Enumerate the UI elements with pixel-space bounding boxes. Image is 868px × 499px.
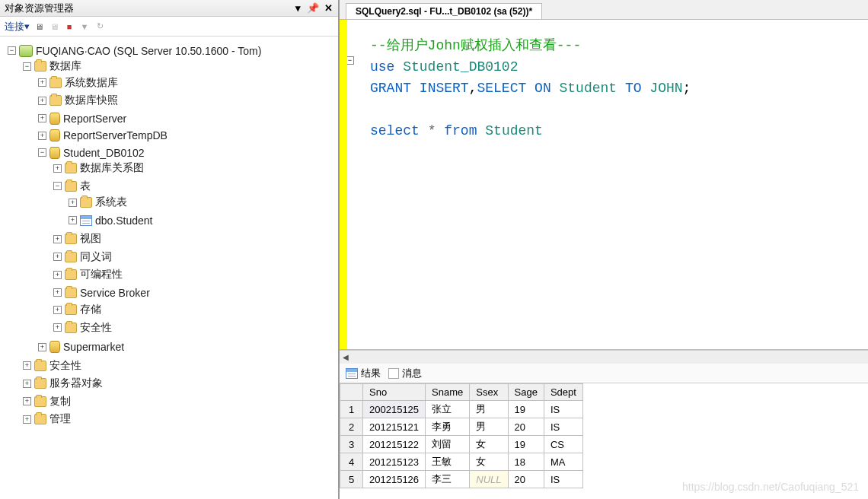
close-icon[interactable]: ✕ — [323, 3, 333, 14]
expand-toggle[interactable]: − — [8, 46, 16, 55]
cell[interactable]: 201215121 — [363, 418, 426, 436]
cell[interactable]: 201215122 — [363, 436, 426, 453]
expand-toggle[interactable]: + — [53, 253, 62, 261]
dropdown-icon[interactable]: ▾ — [292, 3, 303, 14]
sql-editor[interactable]: --给用户John赋权插入和查看--- −use Student_DB0102 … — [347, 20, 868, 349]
expand-toggle[interactable]: + — [53, 306, 62, 314]
server-objects-node[interactable]: 服务器对象 — [49, 377, 103, 390]
filter-icon[interactable]: ▼ — [78, 21, 91, 33]
expand-toggle[interactable]: − — [38, 148, 46, 157]
programmability-node[interactable]: 可编程性 — [80, 268, 123, 281]
tables-node[interactable]: 表 — [80, 180, 91, 193]
cell[interactable]: 201215123 — [363, 453, 426, 471]
cell[interactable]: MA — [544, 453, 582, 471]
editor-tab[interactable]: SQLQuery2.sql - FU...t_DB0102 (sa (52))* — [346, 3, 542, 19]
management-node[interactable]: 管理 — [49, 412, 71, 426]
expand-toggle[interactable]: + — [69, 199, 77, 207]
expand-toggle[interactable]: + — [53, 288, 62, 297]
col-header[interactable]: Sname — [426, 384, 470, 401]
db-snapshots-node[interactable]: 数据库快照 — [65, 94, 118, 107]
cell[interactable]: 20 — [508, 471, 544, 488]
table-row[interactable]: 4201215123王敏女18MA — [340, 453, 583, 471]
expand-toggle[interactable]: + — [38, 132, 46, 140]
cell[interactable]: IS — [544, 471, 582, 488]
cell[interactable]: 男 — [470, 401, 508, 418]
pin-icon[interactable]: 📌 — [308, 3, 318, 14]
col-header[interactable]: Ssex — [470, 384, 508, 401]
row-number[interactable]: 5 — [340, 471, 363, 488]
expand-toggle[interactable]: + — [38, 97, 46, 105]
db-security-node[interactable]: 安全性 — [80, 321, 112, 335]
expand-toggle[interactable]: + — [23, 415, 31, 424]
expand-toggle[interactable]: + — [23, 397, 31, 405]
supermarket-node[interactable]: Supermarket — [63, 341, 124, 353]
expand-toggle[interactable]: − — [53, 182, 62, 190]
expand-toggle[interactable]: + — [53, 323, 62, 332]
cell[interactable]: 女 — [470, 436, 508, 453]
cell[interactable]: 女 — [470, 453, 508, 471]
expand-toggle[interactable]: + — [53, 271, 62, 279]
cell[interactable]: 刘留 — [426, 436, 470, 453]
cell[interactable]: 张立 — [426, 401, 470, 418]
table-row[interactable]: 2201215121李勇男20IS — [340, 418, 583, 436]
cell[interactable]: IS — [544, 401, 582, 418]
object-tree[interactable]: −FUQIANG·CAO (SQL Server 10.50.1600 - To… — [0, 37, 338, 499]
cell[interactable]: 200215125 — [363, 401, 426, 418]
col-header[interactable]: Sno — [363, 384, 426, 401]
expand-toggle[interactable]: + — [69, 216, 77, 224]
table-row[interactable]: 3201215122刘留女19CS — [340, 436, 583, 453]
system-tables-node[interactable]: 系统表 — [95, 195, 127, 209]
security-node[interactable]: 安全性 — [49, 359, 81, 373]
messages-tab[interactable]: 消息 — [388, 367, 422, 380]
cell[interactable]: 18 — [508, 453, 544, 471]
cell[interactable]: 李三 — [426, 471, 470, 488]
expand-toggle[interactable]: + — [38, 114, 46, 122]
replication-node[interactable]: 复制 — [49, 395, 71, 408]
results-tab[interactable]: 结果 — [346, 367, 381, 380]
table-row[interactable]: 1200215125张立男19IS — [340, 401, 583, 418]
row-number[interactable]: 3 — [340, 436, 363, 453]
cell[interactable]: NULL — [470, 471, 508, 488]
db-diagrams-node[interactable]: 数据库关系图 — [80, 161, 144, 175]
col-header[interactable]: Sdept — [544, 384, 582, 401]
databases-node[interactable]: 数据库 — [49, 59, 81, 73]
synonyms-node[interactable]: 同义词 — [80, 250, 112, 264]
cell[interactable]: 20 — [508, 418, 544, 436]
connect-icon[interactable]: 🖥 — [33, 21, 45, 33]
table-row[interactable]: 5201215126李三NULL20IS — [340, 471, 583, 488]
cell[interactable]: 李勇 — [426, 418, 470, 436]
cell[interactable]: 19 — [508, 401, 544, 418]
cell[interactable]: 王敏 — [426, 453, 470, 471]
storage-node[interactable]: 存储 — [80, 303, 101, 316]
row-number[interactable]: 4 — [340, 453, 363, 471]
col-header[interactable]: Sage — [508, 384, 544, 401]
service-broker-node[interactable]: Service Broker — [80, 287, 150, 299]
row-number[interactable]: 2 — [340, 418, 363, 436]
row-number[interactable]: 1 — [340, 401, 363, 418]
cell[interactable]: CS — [544, 436, 582, 453]
expand-toggle[interactable]: + — [53, 164, 62, 173]
expand-toggle[interactable]: + — [23, 380, 31, 388]
stop-icon[interactable]: ■ — [63, 21, 75, 33]
cell[interactable]: 201215126 — [363, 471, 426, 488]
fold-toggle[interactable]: − — [347, 56, 354, 65]
connect-button[interactable]: 连接▾ — [5, 20, 30, 33]
refresh-icon[interactable]: ↻ — [94, 21, 106, 33]
expand-toggle[interactable]: + — [38, 78, 46, 87]
cell[interactable]: 19 — [508, 436, 544, 453]
server-node[interactable]: FUQIANG·CAO (SQL Server 10.50.1600 - Tom… — [36, 45, 261, 57]
reportservertemp-node[interactable]: ReportServerTempDB — [63, 129, 168, 141]
reportserver-node[interactable]: ReportServer — [63, 113, 126, 125]
expand-toggle[interactable]: − — [23, 62, 31, 71]
disconnect-icon[interactable]: 🖥 — [48, 21, 60, 33]
expand-toggle[interactable]: + — [53, 235, 62, 243]
results-table[interactable]: Sno Sname Ssex Sage Sdept 1200215125张立男1… — [340, 383, 583, 488]
student-db-node[interactable]: Student_DB0102 — [63, 147, 145, 159]
dbo-student-node[interactable]: dbo.Student — [95, 215, 153, 227]
expand-toggle[interactable]: + — [38, 343, 46, 351]
views-node[interactable]: 视图 — [80, 232, 101, 246]
editor-h-scrollbar[interactable]: ◀ — [340, 350, 868, 364]
cell[interactable]: IS — [544, 418, 582, 436]
results-grid[interactable]: Sno Sname Ssex Sage Sdept 1200215125张立男1… — [340, 383, 868, 499]
system-databases-node[interactable]: 系统数据库 — [65, 76, 118, 90]
